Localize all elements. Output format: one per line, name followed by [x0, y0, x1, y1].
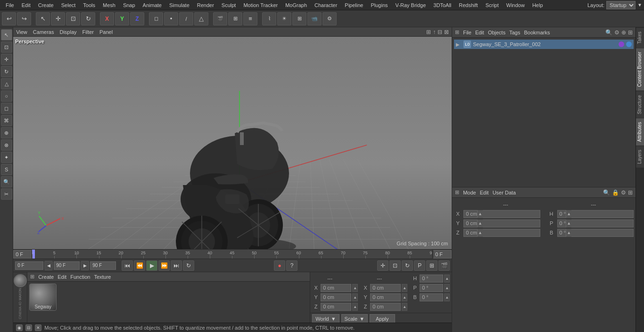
- attr-z-pos-arrow[interactable]: ▲: [477, 229, 483, 237]
- menu-render[interactable]: Render: [193, 1, 218, 9]
- attr-b-input[interactable]: 0 ° ▲: [557, 229, 634, 237]
- vp-menu-filter[interactable]: Filter: [83, 29, 94, 35]
- attr-expand-icon[interactable]: ⊞: [628, 189, 633, 196]
- playback-first-button[interactable]: ⏮: [122, 260, 133, 271]
- lt-cut[interactable]: ✂: [1, 188, 12, 200]
- vp-icon-2[interactable]: ↑: [433, 29, 436, 35]
- menu-create[interactable]: Create: [34, 1, 58, 9]
- menu-mesh[interactable]: Mesh: [99, 1, 119, 9]
- status-icon-1[interactable]: ◉: [16, 324, 23, 331]
- layout-expand-icon[interactable]: ▼: [637, 2, 642, 8]
- grid-button[interactable]: ⊞: [292, 12, 306, 25]
- lt-circle[interactable]: ○: [1, 90, 12, 102]
- menu-help[interactable]: Help: [528, 1, 547, 9]
- axis-y-button[interactable]: Y: [115, 12, 129, 25]
- rot-b-arrow[interactable]: ▲: [444, 293, 450, 301]
- layout-select[interactable]: Startup: [606, 1, 636, 9]
- attr-y-pos-arrow[interactable]: ▲: [477, 219, 483, 227]
- menu-sculpt[interactable]: Sculpt: [218, 1, 240, 9]
- deform-button[interactable]: ⌇: [262, 12, 276, 25]
- object-mode-button[interactable]: ◻: [149, 12, 163, 25]
- lt-search[interactable]: 🔍: [1, 176, 12, 187]
- pos-x-arrow[interactable]: ▲: [352, 284, 358, 292]
- attr-p-input[interactable]: 0 ° ▲: [557, 219, 634, 227]
- pos-z-input[interactable]: 0 cm: [321, 303, 351, 311]
- status-icon-close[interactable]: ✕: [35, 324, 41, 331]
- obj-menu-file[interactable]: File: [463, 30, 471, 35]
- attr-x-pos-input[interactable]: 0 cm ▲: [463, 210, 540, 218]
- lt-add[interactable]: ⊕: [1, 127, 12, 138]
- obj-expand-icon[interactable]: ⊞: [628, 29, 633, 36]
- attr-settings-icon[interactable]: ⚙: [621, 189, 626, 196]
- obj-menu-tags[interactable]: Tags: [509, 30, 520, 35]
- material-preview[interactable]: Segway: [29, 283, 57, 311]
- pos2-z-arrow[interactable]: ▲: [402, 303, 407, 311]
- menu-simulate[interactable]: Simulate: [165, 1, 193, 9]
- vp-menu-cameras[interactable]: Cameras: [33, 29, 54, 35]
- lt-select[interactable]: ↖: [1, 29, 12, 40]
- vp-menu-display[interactable]: Display: [59, 29, 76, 35]
- attr-menu-edit[interactable]: Edit: [480, 190, 489, 195]
- lt-cmd[interactable]: ⌘: [1, 115, 12, 126]
- pos-z-arrow[interactable]: ▲: [352, 303, 358, 311]
- coord-world-dropdown[interactable]: World ▼: [312, 314, 339, 324]
- vp-icon-1[interactable]: ⊞: [426, 29, 431, 35]
- lt-subtract[interactable]: ⊗: [1, 139, 12, 151]
- obj-dot-2[interactable]: [626, 41, 632, 47]
- obj-dot-1[interactable]: [619, 41, 624, 47]
- pb-extra-3[interactable]: ↻: [402, 260, 413, 271]
- menu-vray[interactable]: V-Ray Bridge: [392, 1, 430, 9]
- menu-script[interactable]: Script: [482, 1, 503, 9]
- side-tab-structure[interactable]: Structure: [636, 91, 644, 118]
- menu-animate[interactable]: Animate: [139, 1, 165, 9]
- rotate-tool-button[interactable]: ↻: [81, 12, 95, 25]
- axis-z-button[interactable]: Z: [130, 12, 144, 25]
- vp-menu-panel[interactable]: Panel: [99, 29, 113, 35]
- side-tab-attributes[interactable]: Attributes: [636, 118, 644, 146]
- menu-snap[interactable]: Snap: [119, 1, 139, 9]
- mat-menu-create[interactable]: Create: [38, 274, 54, 280]
- vp-icon-3[interactable]: ⊟: [438, 29, 442, 35]
- attr-menu-userdata[interactable]: User Data: [493, 190, 516, 195]
- attr-search-icon[interactable]: 🔍: [603, 189, 610, 196]
- menu-file[interactable]: File: [2, 1, 18, 9]
- playback-end-select[interactable]: ▶: [81, 261, 89, 270]
- mat-menu-texture[interactable]: Texture: [94, 274, 111, 280]
- polygon-mode-button[interactable]: △: [194, 12, 208, 25]
- pb-extra-2[interactable]: ⊡: [389, 260, 401, 271]
- menu-3dtoall[interactable]: 3DToAll: [429, 1, 455, 9]
- obj-menu-bookmarks[interactable]: Bookmarks: [524, 30, 550, 35]
- lt-s[interactable]: S: [1, 164, 12, 175]
- menu-motion-tracker[interactable]: Motion Tracker: [239, 1, 281, 9]
- menu-character[interactable]: Character: [311, 1, 341, 9]
- object-item-segway[interactable]: ▶ L0 Segway_SE_3_Patroller_002: [454, 40, 634, 49]
- playback-prev-select[interactable]: ◀: [44, 261, 53, 270]
- mat-menu-function[interactable]: Function: [70, 274, 90, 280]
- obj-add-icon[interactable]: ⊕: [621, 29, 626, 36]
- video-post-button[interactable]: 📹: [307, 12, 322, 25]
- timeline-ruler[interactable]: 051015202530354045505560657075808590: [32, 250, 432, 259]
- rot-b-input[interactable]: 0 °: [420, 293, 443, 301]
- side-tab-layers[interactable]: Layers: [636, 146, 644, 168]
- pos2-y-input[interactable]: 0 cm: [370, 293, 401, 301]
- camera-button[interactable]: 🎬: [213, 12, 227, 25]
- menu-select[interactable]: Select: [58, 1, 80, 9]
- lt-scale[interactable]: ↻: [1, 66, 12, 77]
- perspective-button[interactable]: ⊞: [228, 12, 242, 25]
- pos-x-input[interactable]: 0 cm: [321, 284, 351, 292]
- pb-extra-5[interactable]: ⊞: [426, 260, 438, 271]
- lt-triangle[interactable]: △: [1, 78, 12, 89]
- pos2-x-arrow[interactable]: ▲: [402, 284, 407, 292]
- menu-plugins[interactable]: Plugins: [367, 1, 391, 9]
- obj-expand-arrow[interactable]: ▶: [456, 42, 462, 47]
- menu-mograph[interactable]: MoGraph: [281, 1, 311, 9]
- pos2-x-input[interactable]: 0 cm: [370, 284, 401, 292]
- pos-y-arrow[interactable]: ▲: [352, 293, 358, 301]
- rot-p-input[interactable]: 0 °: [420, 284, 443, 292]
- lt-tweak[interactable]: ⊡: [1, 41, 12, 53]
- pos2-y-arrow[interactable]: ▲: [402, 293, 407, 301]
- pos2-z-input[interactable]: 0 cm: [370, 303, 401, 311]
- playback-start-frame[interactable]: 0 F: [15, 261, 43, 270]
- attr-h-input[interactable]: 0 ° ▲: [557, 210, 634, 218]
- menu-redshift[interactable]: Redshift: [455, 1, 481, 9]
